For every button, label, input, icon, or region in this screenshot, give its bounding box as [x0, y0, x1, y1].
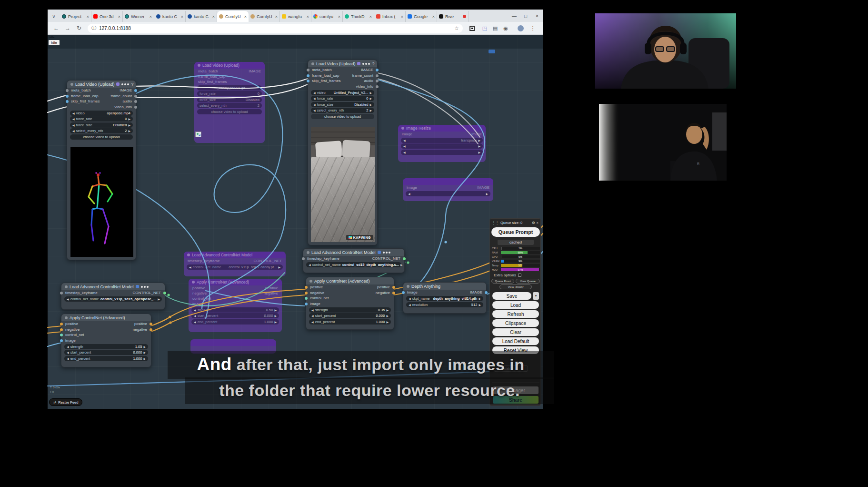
browser-tab[interactable]: One 3d × [91, 11, 123, 22]
fullscreen-capture-icon[interactable] [469, 26, 475, 31]
browser-tab[interactable]: wangfu × [280, 11, 311, 22]
help-icon[interactable]: ? [372, 61, 374, 66]
browser-tab[interactable]: kanto C × [154, 11, 186, 22]
widget[interactable]: ◀▶ [401, 150, 483, 155]
node-ghost-image-resize[interactable]: Image Resize imageimage ◀transpose▶ ◀▶ ◀… [398, 125, 486, 162]
extra-options-checkbox[interactable] [518, 274, 521, 277]
node-apply-controlnet-left[interactable]: Apply ControlNet (Advanced) positiveposi… [61, 314, 151, 367]
refresh-button[interactable]: Refresh [492, 310, 539, 318]
node-ghost-apply-controlnet[interactable]: Apply ControlNet (Advanced) positiveposi… [189, 279, 282, 332]
browser-tab[interactable]: Project × [60, 11, 91, 22]
panel-close-icon[interactable]: × [537, 221, 539, 225]
window-minimize-button[interactable]: — [509, 13, 520, 19]
tab-close-icon[interactable]: × [400, 14, 403, 19]
help-icon[interactable]: ? [131, 82, 133, 87]
queue-front-button[interactable]: Queue Front [491, 279, 514, 284]
node-apply-controlnet-center[interactable]: Apply ControlNet (Advanced) positiveposi… [306, 277, 394, 330]
browser-tab[interactable]: Rive [437, 11, 469, 22]
widget-start-percent[interactable]: ◀start_percent0.000▶ [64, 350, 148, 355]
node-depth-anything[interactable]: Depth Anything imageIMAGE ◀ckpt_namedept… [403, 282, 487, 314]
browser-tab-active[interactable]: ComfyU × [217, 11, 249, 22]
widget-strength[interactable]: ◀strength1.05▶ [64, 344, 148, 349]
widget-control-net-name[interactable]: ◀control_net_namecontrol_sd15_depth_anyt… [306, 262, 401, 267]
widget-force-rate[interactable]: ◀force_rate0▶ [311, 96, 374, 101]
browser-tab[interactable]: ThinkD × [343, 11, 374, 22]
browser-tab[interactable]: Google × [406, 11, 437, 22]
widget-start-percent[interactable]: ◀start_percent0.000▶ [191, 313, 279, 318]
node-load-video-center[interactable]: Load Video (Upload) ? meta_batchIMAGE fr… [308, 60, 378, 245]
node-ghost-controlnet-model[interactable]: Load Advanced ControlNet Model timestep_… [184, 252, 286, 276]
widget-start-percent[interactable]: ◀start_percent0.000▶ [309, 313, 391, 318]
tab-close-icon[interactable]: × [431, 14, 435, 19]
upload-button[interactable]: choose video to upload [197, 109, 262, 114]
clipspace-button[interactable]: Clipspace [492, 319, 539, 327]
queue-prompt-button[interactable]: Queue Prompt [491, 227, 540, 237]
widget-select-every-nth[interactable]: select_every_nth2 [197, 103, 262, 108]
view-history-button[interactable]: View History [499, 284, 532, 289]
node-controlnet-model-left[interactable]: Load Advanced ControlNet Model timestep_… [61, 283, 165, 310]
load-button[interactable]: Load [492, 301, 539, 309]
tab-close-icon[interactable]: × [211, 14, 215, 19]
clear-button[interactable]: Clear [492, 328, 539, 336]
chrome-menu-icon[interactable]: ⋮ [528, 25, 538, 31]
widget-video[interactable]: ◀videoopenpose.mp4 [70, 111, 133, 116]
node-controlnet-model-center[interactable]: Load Advanced ControlNet Model timestep_… [303, 248, 405, 273]
browser-tab[interactable]: comfyu × [311, 11, 343, 22]
tab-close-icon[interactable]: × [337, 14, 340, 19]
widget[interactable]: ◀▶ [401, 143, 483, 149]
node-load-video-left[interactable]: Load Video (Upload) ? meta_batchIMAGE fr… [67, 80, 136, 260]
widget-video[interactable]: ◀videoUntitled_Project_V2...▶ [311, 90, 374, 95]
widget-strength[interactable]: ◀strength0.35▶ [309, 307, 391, 313]
settings-gear-icon[interactable]: ⚙ [532, 221, 535, 225]
window-close-button[interactable]: × [531, 13, 543, 19]
save-button[interactable]: Save [492, 292, 531, 300]
tab-close-icon[interactable]: × [274, 14, 278, 19]
widget-force-rate[interactable]: force_rate0 [197, 91, 262, 96]
tab-close-icon[interactable]: × [369, 14, 372, 19]
widget-end-percent[interactable]: ◀end_percent1.000▶ [309, 319, 391, 325]
node-ghost-image-2[interactable]: imageIMAGE ◀▶ [403, 178, 493, 201]
widget-force-size[interactable]: ◀force_sizeDisabled▶ [311, 102, 374, 107]
drag-handle-icon[interactable]: ⋮⋮ [492, 221, 499, 225]
widget-force-rate[interactable]: ◀force_rate0▶ [70, 116, 133, 122]
window-maximize-button[interactable]: □ [520, 13, 531, 19]
extension-icon[interactable]: ▤ [490, 25, 500, 31]
tab-close-icon[interactable]: × [86, 14, 89, 19]
widget-control-net-name[interactable]: ◀control_net_namecontrol_v11p_sd15_canny… [187, 264, 283, 270]
site-info-icon[interactable]: ⓘ [91, 25, 96, 31]
upload-button[interactable]: choose video to upload [70, 134, 133, 140]
profile-avatar[interactable] [518, 25, 524, 31]
widget-end-percent[interactable]: ◀end_percent1.000▶ [191, 319, 279, 325]
tab-close-icon[interactable]: × [180, 14, 183, 19]
widget-force-size[interactable]: force_sizeDisabled [197, 97, 262, 102]
tab-close-icon[interactable]: × [117, 14, 120, 19]
view-queue-button[interactable]: View Queue [516, 279, 540, 284]
browser-tab[interactable]: kanto C × [186, 11, 217, 22]
bookmark-star-icon[interactable]: ☆ [454, 25, 459, 31]
node-ghost-load-video[interactable]: Load Video (Upload) meta_batchIMAGE fram… [194, 62, 265, 143]
widget-file[interactable]: ..._canny_00001.gif [197, 85, 262, 91]
widget-ckpt-name[interactable]: ◀ckpt_namedepth_anything_vitl14.pth▶ [406, 296, 483, 301]
load-default-button[interactable]: Load Default [492, 337, 539, 345]
tab-close-icon[interactable]: × [243, 14, 247, 19]
forward-icon[interactable]: → [62, 25, 73, 31]
resize-feed-button[interactable]: ⇄ Resize Feed [49, 398, 82, 406]
tab-search-icon[interactable]: ∨ [48, 10, 60, 22]
widget-select-every-nth[interactable]: ◀select_every_nth2▶ [311, 108, 374, 113]
browser-tab[interactable]: ComfyU × [249, 11, 280, 22]
extension-icon[interactable]: ◉ [500, 25, 511, 31]
url-input[interactable]: ⓘ 127.0.0.1:8188 ☆ [88, 24, 463, 33]
browser-tab[interactable]: Inbox ( × [374, 11, 406, 22]
reload-icon[interactable]: ↻ [73, 25, 85, 31]
tab-close-icon[interactable]: × [149, 14, 152, 19]
widget-resolution[interactable]: ◀resolution512▶ [406, 302, 483, 307]
widget[interactable]: ◀▶ [406, 191, 490, 196]
extension-icon[interactable]: ◳ [479, 25, 490, 31]
browser-tab[interactable]: Winner × [123, 11, 154, 22]
upload-button[interactable]: choose video to upload [311, 114, 374, 119]
back-icon[interactable]: ← [50, 25, 62, 31]
widget-select-every-nth[interactable]: ◀select_every_nth2▶ [70, 128, 133, 133]
widget-end-percent[interactable]: ◀end_percent1.000▶ [64, 356, 148, 361]
widget-force-size[interactable]: ◀force_sizeDisabled▶ [70, 122, 133, 128]
tab-close-icon[interactable]: × [306, 14, 309, 19]
